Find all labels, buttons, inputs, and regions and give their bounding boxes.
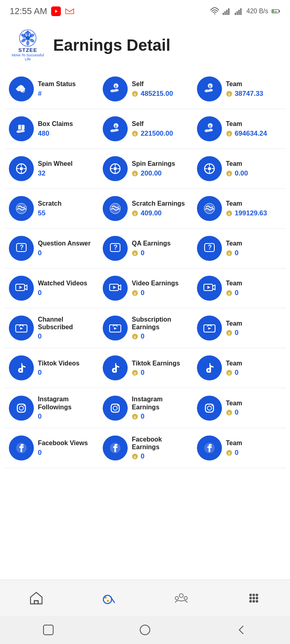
earnings-cell-7-0: Tiktok Videos0 xyxy=(4,348,98,388)
cell-icon-scratch xyxy=(9,196,34,221)
svg-point-40 xyxy=(20,167,23,170)
svg-text:$: $ xyxy=(134,455,136,459)
android-back-btn[interactable] xyxy=(232,620,252,640)
svg-text:$: $ xyxy=(134,335,136,339)
cell-value: 0 xyxy=(38,332,95,341)
cell-icon-qa: ? xyxy=(9,236,34,261)
cell-label: Self xyxy=(132,80,173,88)
cell-value: 0 xyxy=(38,289,87,297)
svg-rect-9 xyxy=(236,11,238,15)
cell-label: QA Earnings xyxy=(132,239,170,247)
cell-icon-spin xyxy=(197,156,222,181)
cell-label: Video Earnings xyxy=(132,279,178,287)
signal2-icon xyxy=(234,7,243,16)
cell-value: $221500.00 xyxy=(132,130,173,138)
cell-icon-box-hand xyxy=(9,116,34,141)
svg-marker-75 xyxy=(113,286,116,289)
cell-icon-handshake xyxy=(9,76,34,101)
menu-icon xyxy=(246,590,261,606)
logo-icon xyxy=(16,29,40,47)
earnings-cell-6-0: Channel Subscribed0 xyxy=(4,308,98,348)
cell-value: $0 xyxy=(226,249,242,257)
cell-icon-coin-hand: $ xyxy=(197,116,222,141)
svg-rect-2 xyxy=(65,6,75,16)
svg-text:$: $ xyxy=(134,372,136,375)
cell-value: $0 xyxy=(132,249,170,257)
cell-value: $200.00 xyxy=(132,169,175,178)
cell-value: $0 xyxy=(226,369,242,377)
cell-label: Tiktok Videos xyxy=(38,359,79,367)
earnings-cell-1-2: $Team$694634.24 xyxy=(192,109,286,149)
earnings-cell-1-0: Box Claims480 xyxy=(4,109,98,149)
svg-point-17 xyxy=(26,31,29,36)
earnings-cell-3-2: Team$199129.63 xyxy=(192,189,286,229)
cell-value: $0 xyxy=(132,289,178,297)
header: STZEE Move To Successful Life Earnings D… xyxy=(0,23,290,69)
cell-value: $694634.24 xyxy=(226,130,267,138)
nav-team[interactable] xyxy=(165,584,197,612)
cell-value: $485215.00 xyxy=(132,90,173,98)
cell-icon-coin-hand: $ xyxy=(103,76,128,101)
cell-value: $0 xyxy=(226,329,242,337)
svg-rect-10 xyxy=(238,10,240,15)
svg-text:$: $ xyxy=(228,291,230,295)
svg-rect-6 xyxy=(226,10,228,15)
cell-icon-video xyxy=(197,276,222,301)
svg-text:$: $ xyxy=(228,212,230,215)
android-square-btn[interactable] xyxy=(38,620,58,640)
svg-text:$: $ xyxy=(228,92,230,96)
svg-text:$: $ xyxy=(134,92,136,96)
cell-label: Facebook Views xyxy=(38,439,88,447)
cell-value: $409.00 xyxy=(132,209,185,217)
svg-point-24 xyxy=(20,86,23,89)
cell-label: Team xyxy=(226,200,267,207)
nav-menu[interactable] xyxy=(238,584,270,612)
nav-earn[interactable]: $ $ xyxy=(93,584,125,612)
svg-point-99 xyxy=(211,405,213,406)
cell-icon-instagram xyxy=(103,396,128,421)
earnings-cell-2-0: Spin Wheel32 xyxy=(4,149,98,189)
svg-point-120 xyxy=(253,597,255,599)
cell-label: Team xyxy=(226,279,242,287)
svg-text:$: $ xyxy=(228,411,230,415)
cell-icon-instagram xyxy=(9,396,34,421)
android-circle-btn[interactable] xyxy=(135,620,155,640)
back-icon xyxy=(234,623,249,637)
home-icon xyxy=(29,590,44,606)
cell-label: Team xyxy=(226,160,248,167)
cell-value: $0 xyxy=(132,452,188,460)
cell-icon-instagram xyxy=(197,396,222,421)
cell-value: $0 xyxy=(226,449,242,457)
cell-value: $199129.63 xyxy=(226,209,267,217)
cell-value: 0 xyxy=(38,413,95,421)
cell-icon-subscribe xyxy=(103,316,128,341)
svg-text:$: $ xyxy=(228,172,230,175)
svg-rect-7 xyxy=(228,8,229,15)
cell-value: $0 xyxy=(132,369,180,377)
signal-icon xyxy=(222,7,231,16)
earnings-cell-4-1: ?QA Earnings$0 xyxy=(98,229,192,268)
cell-icon-video xyxy=(103,276,128,301)
svg-point-53 xyxy=(208,167,211,170)
svg-text:$: $ xyxy=(209,85,211,88)
svg-rect-14 xyxy=(272,10,274,13)
earnings-content: Team Status#$Self$485215.00$Team$38747.3… xyxy=(0,69,290,535)
svg-rect-8 xyxy=(235,13,236,15)
cell-label: Team xyxy=(226,439,242,447)
svg-point-119 xyxy=(249,597,252,599)
earnings-cell-9-0: Facebook Views0 xyxy=(4,428,98,468)
cell-value: $0 xyxy=(132,413,188,421)
cell-label: Team xyxy=(226,120,267,128)
svg-point-124 xyxy=(256,600,258,602)
cell-icon-tiktok xyxy=(103,355,128,380)
nav-home[interactable] xyxy=(20,584,52,612)
cell-label: Instagram Earnings xyxy=(132,395,188,411)
svg-point-3 xyxy=(214,13,215,14)
earnings-cell-3-0: Scratch55 xyxy=(4,189,98,229)
earnings-cell-8-1: Instagram Earnings$0 xyxy=(98,388,192,428)
square-icon xyxy=(41,623,56,637)
svg-point-117 xyxy=(253,593,255,596)
cell-label: Team Status xyxy=(38,80,76,88)
cell-icon-video xyxy=(9,276,34,301)
cell-value: $0 xyxy=(132,332,188,341)
